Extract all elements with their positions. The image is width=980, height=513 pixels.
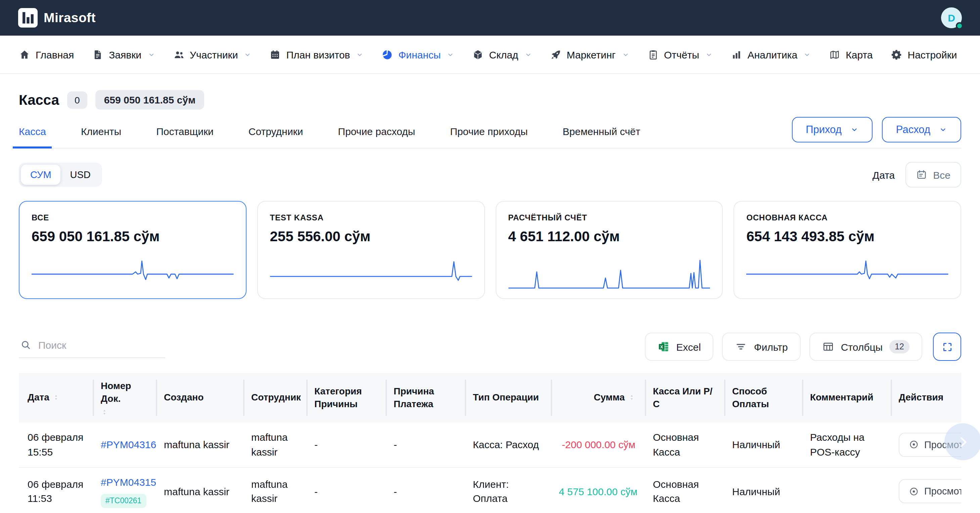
nav-item-маркетинг[interactable]: Маркетинг bbox=[550, 49, 629, 60]
tab-сотрудники[interactable]: Сотрудники bbox=[242, 116, 309, 148]
page-header: Касса 0 659 050 161.85 сўм bbox=[19, 90, 961, 110]
account-card[interactable]: ВСЕ659 050 161.85 сўм bbox=[19, 201, 247, 299]
columns-button[interactable]: Столбцы 12 bbox=[810, 333, 922, 361]
column-header-причина-платежа: Причина Платежа bbox=[385, 373, 465, 423]
account-card[interactable]: ОСНОВНАЯ КАССА654 143 493.85 сўм bbox=[734, 201, 961, 299]
search-input[interactable] bbox=[38, 339, 164, 351]
account-card[interactable]: РАСЧЁТНЫЙ СЧЁТ4 651 112.00 сўм bbox=[495, 201, 723, 299]
nav-item-label: Участники bbox=[190, 49, 238, 60]
column-header-label: Способ Оплаты bbox=[732, 385, 795, 411]
tab-поставщики[interactable]: Поставщики bbox=[150, 116, 220, 148]
cell-payment-method: Наличный bbox=[724, 430, 802, 460]
column-header-способ-оплаты: Способ Оплаты bbox=[724, 373, 802, 423]
nav-item-label: Маркетинг bbox=[566, 49, 616, 60]
cell-payment-reason: - bbox=[385, 430, 465, 460]
currency-toggle: СУМUSD bbox=[19, 163, 102, 187]
chevron-down-icon bbox=[622, 51, 629, 58]
account-card-amount: 255 556.00 сўм bbox=[270, 228, 472, 245]
cell-date: 06 февраля 15:55 bbox=[19, 423, 93, 467]
column-header-тип-операции: Тип Операции bbox=[465, 373, 551, 423]
nav-item-настройки[interactable]: Настройки bbox=[891, 49, 957, 60]
sort-icon bbox=[53, 394, 60, 401]
file-icon bbox=[92, 49, 103, 60]
cell-comment: Расходы на POS-кассу bbox=[802, 423, 891, 467]
fullscreen-button[interactable] bbox=[933, 333, 961, 361]
nav-item-аналитика[interactable]: Аналитика bbox=[731, 49, 811, 60]
chevron-down-icon bbox=[803, 51, 811, 58]
nav-item-label: Финансы bbox=[398, 49, 441, 60]
account-cards: ВСЕ659 050 161.85 сўмTEST KASSA255 556.0… bbox=[19, 201, 961, 299]
column-header-label: Сотрудник bbox=[251, 391, 301, 404]
chevron-down-icon bbox=[939, 125, 947, 133]
tab-прочие-приходы[interactable]: Прочие приходы bbox=[444, 116, 534, 148]
account-card-title: РАСЧЁТНЫЙ СЧЁТ bbox=[508, 213, 710, 222]
income-button-label: Приход bbox=[806, 123, 842, 135]
chevron-down-icon bbox=[148, 51, 155, 58]
column-header-сумма[interactable]: Сумма bbox=[551, 373, 645, 423]
column-header-создано: Создано bbox=[156, 373, 243, 423]
date-filter: Дата Все bbox=[873, 162, 961, 188]
chevron-right-icon bbox=[956, 434, 970, 449]
brand[interactable]: Mirasoft bbox=[18, 8, 96, 27]
column-header-label: Комментарий bbox=[810, 391, 873, 404]
nav-item-финансы[interactable]: Финансы bbox=[382, 49, 454, 60]
column-header-касса-или-р-с: Касса Или Р/С bbox=[645, 373, 724, 423]
scroll-right-chevron[interactable] bbox=[944, 423, 980, 460]
tab-касса[interactable]: Касса bbox=[13, 116, 52, 148]
map-icon bbox=[829, 49, 840, 60]
nav-item-отчёты[interactable]: Отчёты bbox=[647, 49, 713, 60]
chevron-down-icon bbox=[705, 51, 713, 58]
expense-button-label: Расход bbox=[896, 123, 930, 135]
nav-item-label: Карта bbox=[846, 49, 873, 60]
column-header-label: Действия bbox=[899, 391, 943, 404]
tab-временный-счёт[interactable]: Временный счёт bbox=[557, 116, 646, 148]
date-range-button[interactable]: Все bbox=[905, 162, 961, 188]
column-header-дата[interactable]: Дата bbox=[19, 373, 93, 423]
nav-item-участники[interactable]: Участники bbox=[173, 49, 251, 60]
excel-button-label: Excel bbox=[676, 341, 701, 352]
calendar-icon bbox=[916, 169, 927, 180]
tabs-row: КассаКлиентыПоставщикиСотрудникиПрочие р… bbox=[19, 116, 961, 148]
column-header-номер-док-[interactable]: Номер Док. bbox=[93, 373, 156, 423]
tabs: КассаКлиентыПоставщикиСотрудникиПрочие р… bbox=[19, 116, 646, 148]
column-header-label: Касса Или Р/С bbox=[653, 385, 718, 411]
nav-item-заявки[interactable]: Заявки bbox=[92, 49, 155, 60]
expense-button[interactable]: Расход bbox=[882, 116, 961, 142]
currency-option-сум[interactable]: СУМ bbox=[21, 165, 61, 185]
column-header-действия: Действия bbox=[891, 373, 961, 423]
calendar-icon bbox=[269, 49, 281, 60]
nav-item-склад[interactable]: Склад bbox=[472, 49, 531, 60]
nav-item-label: План визитов bbox=[286, 49, 350, 60]
date-range-label: Все bbox=[933, 169, 950, 180]
table-row: 06 февраля 15:55#PYM04316maftuna kassirm… bbox=[19, 423, 961, 467]
tab-прочие-расходы[interactable]: Прочие расходы bbox=[332, 116, 421, 148]
currency-option-usd[interactable]: USD bbox=[61, 165, 100, 185]
excel-export-button[interactable]: X Excel bbox=[645, 333, 714, 361]
tab-клиенты[interactable]: Клиенты bbox=[75, 116, 127, 148]
doc-number-link[interactable]: #PYM04316 bbox=[101, 439, 156, 450]
account-card-amount: 659 050 161.85 сўм bbox=[32, 228, 234, 245]
sort-icon bbox=[628, 394, 635, 401]
column-header-сотрудник: Сотрудник bbox=[243, 373, 306, 423]
search-box bbox=[19, 335, 165, 358]
cell-employee: maftuna kassir bbox=[243, 469, 306, 513]
nav-item-карта[interactable]: Карта bbox=[829, 49, 873, 60]
doc-number-link[interactable]: #PYM04315 bbox=[101, 476, 156, 488]
filter-button[interactable]: Фильтр bbox=[722, 333, 801, 361]
column-header-категория-причины: Категория Причины bbox=[306, 373, 385, 423]
account-card[interactable]: TEST KASSA255 556.00 сўм bbox=[257, 201, 485, 299]
columns-count-badge: 12 bbox=[889, 340, 910, 354]
users-icon bbox=[173, 49, 185, 60]
nav-item-главная[interactable]: Главная bbox=[19, 49, 74, 60]
fullscreen-icon bbox=[941, 341, 953, 352]
cell-employee: maftuna kassir bbox=[243, 423, 306, 467]
cell-doc-number: #PYM04315#TC00261 bbox=[93, 468, 156, 513]
column-header-label: Категория Причины bbox=[314, 385, 379, 411]
view-button[interactable]: Просмотреть bbox=[899, 480, 961, 503]
column-header-label: Сумма bbox=[594, 391, 625, 404]
filter-row: СУМUSD Дата Все bbox=[19, 162, 961, 188]
income-button[interactable]: Приход bbox=[792, 116, 873, 142]
nav-item-план-визитов[interactable]: План визитов bbox=[269, 49, 363, 60]
user-avatar[interactable]: D bbox=[941, 7, 962, 28]
toolbar-buttons: X Excel Фильтр Столбцы 12 bbox=[645, 333, 961, 361]
